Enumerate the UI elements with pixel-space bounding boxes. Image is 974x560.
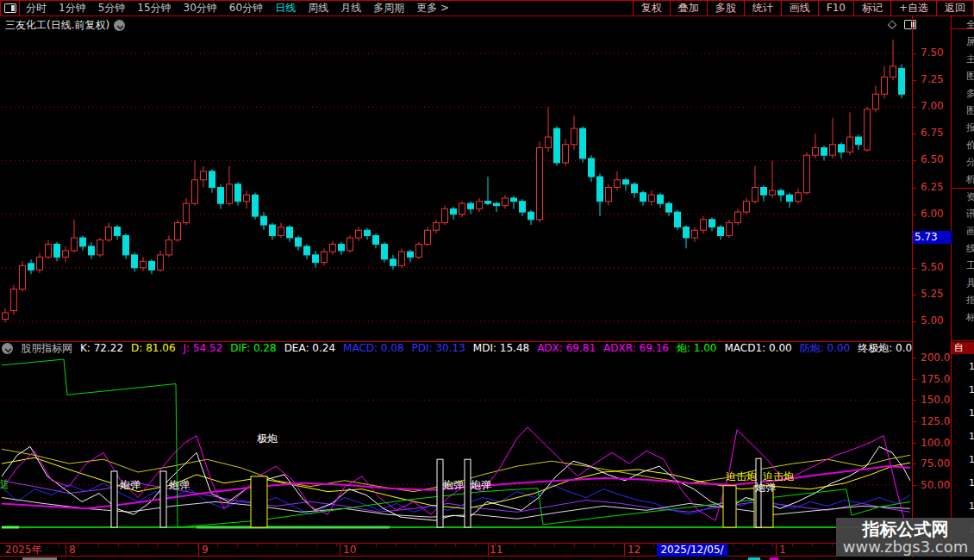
date-label-12: 12 (627, 544, 640, 556)
price-label-6.50: 6.50 (921, 153, 944, 165)
price-tick (913, 53, 916, 54)
clipped-indicator-label: 迫击 (0, 479, 8, 491)
indicator-value-D: D: 81.06 (131, 342, 175, 354)
chart-title-row: 三友化工(日线.前复权) (5, 18, 125, 33)
period-item-1分钟[interactable]: 1分钟 (53, 1, 92, 16)
indicator-axis-label-75.00: 75.00 (921, 457, 950, 470)
indicator-value-J: J: 54.52 (184, 342, 223, 354)
indicator-axis-label-50.00: 50.00 (921, 479, 950, 491)
price-tick (913, 215, 916, 215)
strip-tab-label[interactable]: 自 (952, 342, 974, 354)
period-item-分时[interactable]: 分时 (20, 1, 53, 16)
date-separator (776, 544, 777, 557)
toolbar-actions: 复权叠加多股统计画线F10标记+自选返回 (633, 1, 974, 16)
strip-glyph: 多 (966, 89, 974, 99)
strip-glyph: 讯 (966, 209, 974, 220)
axis-divider-line (912, 16, 913, 557)
date-label-9: 9 (202, 544, 209, 556)
period-toolbar: 分时1分钟5分钟15分钟30分钟60分钟日线周线月线多周期更多 > 复权叠加多股… (0, 0, 974, 16)
indicator-value-ADX: ADX: 69.81 (537, 342, 596, 354)
price-label-5.00: 5.00 (921, 314, 944, 327)
period-item-多周期[interactable]: 多周期 (367, 1, 410, 16)
price-tick (913, 295, 916, 296)
strip-glyph: 标 (966, 313, 974, 323)
strip-glyph: 画 (966, 227, 974, 237)
price-tick (913, 107, 916, 108)
period-item-周线[interactable]: 周线 (302, 1, 334, 16)
strip-glyph: 价 (966, 140, 974, 151)
strip-value-fragment: 1 (969, 454, 974, 465)
diamond-marker-icon[interactable]: ◇ (888, 19, 896, 29)
strip-glyph: 屏 (966, 37, 974, 47)
date-separator (340, 544, 340, 557)
indicator-value-MACD1: MACD1: 0.00 (724, 342, 791, 354)
price-tick (913, 321, 916, 322)
toolbar-button-叠加[interactable]: 叠加 (670, 1, 707, 16)
collapse-indicator-icon[interactable] (2, 343, 13, 354)
period-menu: 分时1分钟5分钟15分钟30分钟60分钟日线周线月线多周期更多 > (20, 1, 455, 16)
panel-layout-icon[interactable] (904, 20, 916, 29)
indicator-value-MDI: MDI: 15.48 (473, 342, 529, 354)
svg-text:炮弹: 炮弹 (120, 479, 140, 491)
period-item-更多 >[interactable]: 更多 > (410, 1, 455, 16)
strip-value-fragment: 1 (969, 501, 974, 512)
indicator-tick (913, 421, 916, 422)
date-label-10: 10 (343, 544, 356, 556)
price-label-7.00: 7.00 (921, 100, 944, 112)
site-watermark: 指标公式网 www.zbgs3.com (836, 518, 974, 557)
indicator-tick (913, 379, 916, 380)
toolbar-button-返回[interactable]: 返回 (936, 1, 974, 16)
strip-glyph: 指 (966, 296, 974, 306)
candlestick-chart[interactable] (0, 34, 912, 342)
strip-value-fragment: 1 (969, 431, 974, 442)
indicator-value-炮: 炮: 1.00 (677, 342, 717, 354)
toolbar-button-F10[interactable]: F10 (818, 1, 853, 16)
indicator-value-K: K: 72.22 (80, 342, 123, 354)
strip-value-fragment: 1 (969, 361, 974, 372)
date-label-8: 8 (69, 544, 76, 556)
price-tick (913, 268, 916, 269)
toolbar-button-+自选[interactable]: +自选 (890, 1, 936, 16)
indicator-source-label: 股朋指标网 (21, 342, 72, 354)
chevron-down-icon[interactable] (114, 20, 125, 31)
strip-glyph: 工 (966, 261, 974, 271)
layout-toggle-button[interactable] (0, 1, 20, 16)
period-item-5分钟[interactable]: 5分钟 (92, 1, 132, 16)
price-tick (913, 134, 916, 134)
strip-glyph: 资 (966, 192, 974, 202)
toolbar-button-画线[interactable]: 画线 (781, 1, 818, 16)
period-item-日线[interactable]: 日线 (269, 1, 302, 16)
indicator-value-终极炮: 终极炮: 0.00 (858, 342, 912, 354)
price-tick (913, 160, 916, 161)
strip-value-fragment: 1 (969, 477, 974, 488)
toolbar-button-复权[interactable]: 复权 (633, 1, 670, 16)
date-label-1: 1 (779, 544, 786, 556)
strip-value-fragment: 1 (969, 384, 974, 395)
period-item-60分钟[interactable]: 60分钟 (223, 1, 269, 16)
svg-text:炮弹: 炮弹 (471, 479, 491, 491)
indicator-value-DEA: DEA: 0.24 (284, 342, 335, 354)
indicator-value-DIF: DIF: 0.28 (230, 342, 276, 354)
price-label-7.25: 7.25 (921, 73, 944, 85)
toolbar-button-多股[interactable]: 多股 (707, 1, 744, 16)
strip-glyph: 主 (966, 54, 974, 65)
indicator-axis-label-200.0: 200.0 (921, 352, 950, 364)
price-label-6.25: 6.25 (921, 181, 944, 193)
indicator-chart[interactable]: 极炮炮弹炮弹炮弹炮弹迫击炮迫击炮炮弹 (0, 354, 912, 543)
price-tick (913, 188, 916, 189)
date-axis: 2025年8910111212025/12/05/五 (0, 543, 912, 557)
toolbar-button-标记[interactable]: 标记 (853, 1, 890, 16)
strip-glyph: 具 (966, 278, 974, 289)
period-item-30分钟[interactable]: 30分钟 (178, 1, 223, 16)
price-tick (913, 80, 916, 81)
toolbar-button-统计[interactable]: 统计 (744, 1, 781, 16)
date-label-2025年: 2025年 (5, 544, 42, 556)
period-item-15分钟[interactable]: 15分钟 (131, 1, 177, 16)
date-separator (198, 544, 199, 557)
indicator-tick (913, 443, 916, 444)
right-sidebar-strip[interactable]: 全屏主图多图报价分析资讯画线工具指标自11111111 (952, 16, 974, 557)
date-label-11: 11 (490, 544, 503, 556)
period-item-月线[interactable]: 月线 (334, 1, 367, 16)
price-label-6.75: 6.75 (921, 127, 944, 139)
watermark-url: www.zbgs3.com (843, 538, 969, 556)
